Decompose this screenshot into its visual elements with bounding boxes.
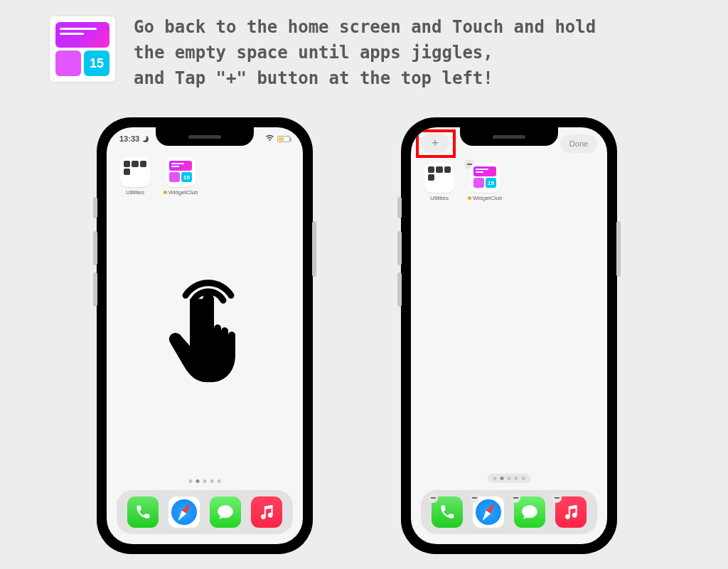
phone-jiggle-mode: + Done Utilities 15 WidgetClub — [401, 117, 617, 554]
app-label: Utilities — [422, 195, 456, 201]
safari-app[interactable] — [473, 496, 504, 528]
mute-switch — [93, 197, 97, 218]
mute-switch — [397, 197, 402, 218]
safari-app[interactable] — [168, 496, 200, 528]
battery-icon — [277, 136, 290, 142]
touch-hold-gesture-icon — [159, 268, 251, 388]
volume-up-button — [397, 231, 402, 265]
volume-up-button — [93, 231, 97, 265]
remove-app-badge[interactable] — [552, 493, 562, 503]
app-label: WidgetClub — [164, 189, 198, 196]
compass-icon — [171, 499, 197, 525]
page-indicator[interactable] — [488, 474, 531, 483]
phone-app[interactable] — [432, 496, 463, 528]
widgetclub-app[interactable]: 15 WidgetClub — [468, 163, 502, 201]
remove-app-badge[interactable] — [428, 493, 438, 503]
volume-down-button — [397, 272, 402, 307]
messages-app[interactable] — [514, 496, 545, 528]
dock — [421, 490, 597, 534]
compass-icon — [476, 499, 501, 525]
phone-normal-mode: 13:33 Utilities 15 — [97, 117, 313, 554]
music-app[interactable] — [555, 496, 587, 528]
app-label: Utilities — [118, 189, 152, 196]
power-button — [616, 221, 621, 277]
remove-app-badge[interactable] — [469, 493, 479, 503]
messages-app[interactable] — [210, 496, 241, 528]
power-button — [312, 221, 316, 277]
volume-down-button — [93, 272, 97, 307]
page-indicator[interactable] — [189, 479, 221, 483]
phone-app[interactable] — [127, 496, 159, 528]
status-bar: 13:33 — [107, 132, 303, 146]
wifi-icon — [265, 134, 274, 143]
widgetclub-app[interactable]: 15 WidgetClub — [164, 157, 198, 196]
utilities-folder[interactable]: Utilities — [422, 163, 456, 201]
done-button[interactable]: Done — [560, 134, 597, 153]
dock — [117, 490, 293, 534]
do-not-disturb-icon — [142, 136, 149, 142]
remove-app-badge[interactable] — [510, 493, 520, 503]
status-time: 13:33 — [119, 134, 139, 143]
music-app[interactable] — [251, 496, 282, 528]
add-widget-button[interactable]: + — [421, 133, 449, 153]
app-label: WidgetClub — [468, 195, 502, 201]
widgetclub-app-icon: 15 — [50, 16, 115, 82]
utilities-folder[interactable]: Utilities — [118, 157, 152, 196]
instructions-text: Go back to the home screen and Touch and… — [134, 14, 700, 91]
widgetclub-number: 15 — [90, 56, 104, 71]
